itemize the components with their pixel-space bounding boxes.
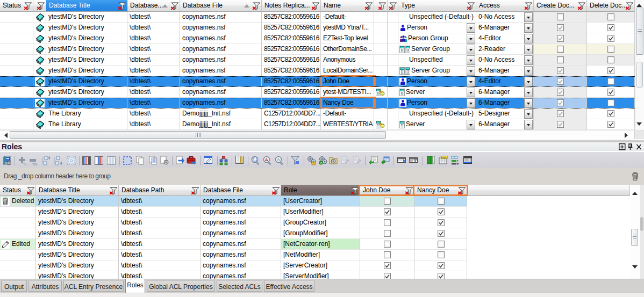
svg-text:A: A (265, 157, 268, 162)
